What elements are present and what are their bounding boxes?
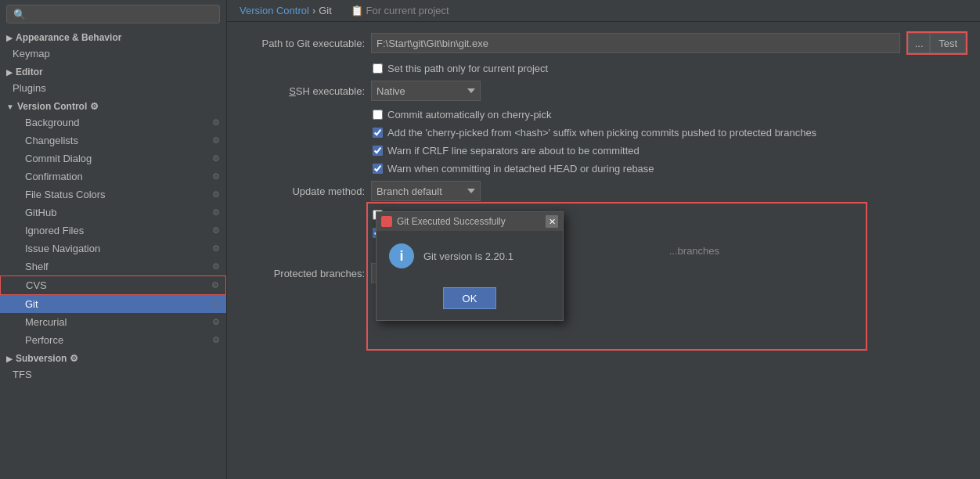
sidebar-item-plugins[interactable]: Plugins <box>0 79 226 97</box>
search-box[interactable]: 🔍 <box>6 5 220 23</box>
settings-icon: ⚙ <box>212 207 220 218</box>
sidebar-item-label: Ignored Files <box>25 225 84 236</box>
sidebar-item-label: CVS <box>26 279 47 291</box>
path-row: Path to Git executable: ... Test <box>240 31 967 55</box>
sidebar-item-version-control[interactable]: ▼ Version Control ⚙ <box>0 97 226 113</box>
git-success-dialog: Git Executed Successfully ✕ i Git versio… <box>376 211 564 321</box>
content-area: Version Control › Git 📋 For current proj… <box>227 0 980 479</box>
settings-icon: ⚙ <box>212 135 220 146</box>
settings-icon: ⚙ <box>212 117 220 128</box>
sidebar-item-keymap[interactable]: Keymap <box>0 45 226 63</box>
expand-arrow-appearance: ▶ <box>6 34 13 42</box>
warn-detached-row: Warn when committing in detached HEAD or… <box>373 163 967 175</box>
browse-button[interactable]: ... <box>908 33 930 53</box>
modal-title: Git Executed Successfully <box>397 216 506 227</box>
info-icon: i <box>389 243 414 268</box>
add-suffix-row: Add the 'cherry-picked from <hash>' suff… <box>373 127 967 139</box>
protected-branches-label: Protected branches: <box>240 268 365 279</box>
sidebar-item-label: Confirmation <box>25 171 83 182</box>
sidebar-item-confirmation[interactable]: Confirmation ⚙ <box>0 167 226 185</box>
settings-icon: ⚙ <box>211 280 219 290</box>
sidebar-item-cvs[interactable]: CVS ⚙ <box>0 276 226 295</box>
sidebar-item-tfs[interactable]: TFS <box>0 366 226 384</box>
main-layout: 🔍 ▶ Appearance & Behavior Keymap ▶ Edito… <box>0 0 980 479</box>
sidebar-item-label: Commit Dialog <box>25 153 92 164</box>
sidebar-item-label: Editor <box>16 67 43 77</box>
expand-arrow-svn: ▶ <box>6 355 13 363</box>
sidebar: 🔍 ▶ Appearance & Behavior Keymap ▶ Edito… <box>0 0 227 479</box>
settings-icon: ⚙ <box>212 225 220 236</box>
current-project-row: Set this path only for current project <box>373 63 967 74</box>
modal-titlebar: Git Executed Successfully ✕ <box>377 212 563 231</box>
update-method-dropdown[interactable]: Branch default Merge Rebase <box>371 181 481 201</box>
sidebar-item-label: Plugins <box>13 82 46 94</box>
breadcrumb-vc[interactable]: Version Control <box>240 5 309 16</box>
update-method-label: Update method: <box>240 185 365 197</box>
breadcrumb-sep: › <box>312 5 315 16</box>
sidebar-item-label: File Status Colors <box>25 189 106 200</box>
sidebar-item-perforce[interactable]: Perforce ⚙ <box>0 331 226 349</box>
modal-body: i Git version is 2.20.1 <box>377 231 563 281</box>
sidebar-item-issue-navigation[interactable]: Issue Navigation ⚙ <box>0 240 226 258</box>
sidebar-item-label: Perforce <box>25 334 63 346</box>
expand-arrow-editor: ▶ <box>6 68 13 77</box>
sidebar-item-editor[interactable]: ▶ Editor <box>0 63 226 79</box>
sidebar-item-github[interactable]: GitHub ⚙ <box>0 203 226 221</box>
current-project-label: Set this path only for current project <box>387 63 548 74</box>
ssh-dropdown[interactable]: Native Built-in <box>371 81 481 101</box>
breadcrumb-project: 📋 For current project <box>351 5 449 16</box>
settings-icon: ⚙ <box>70 353 78 364</box>
settings-icon: ⚙ <box>212 261 220 272</box>
sidebar-item-appearance[interactable]: ▶ Appearance & Behavior <box>0 28 226 45</box>
sidebar-item-label: Background <box>25 117 79 128</box>
ssh-label: SSH executable: <box>240 85 365 97</box>
sidebar-item-label: Changelists <box>25 135 78 146</box>
settings-icon-vc: ⚙ <box>90 101 99 112</box>
search-icon: 🔍 <box>13 9 26 20</box>
sidebar-item-label: Issue Navigation <box>25 243 100 254</box>
sidebar-item-commit-dialog[interactable]: Commit Dialog ⚙ <box>0 149 226 167</box>
warn-crlf-row: Warn if CRLF line separators are about t… <box>373 145 967 157</box>
settings-icon: ⚙ <box>212 335 220 345</box>
sidebar-item-mercurial[interactable]: Mercurial ⚙ <box>0 313 226 331</box>
warn-detached-label: Warn when committing in detached HEAD or… <box>387 163 654 175</box>
ssh-row: SSH executable: Native Built-in <box>240 81 967 101</box>
sidebar-item-label: Mercurial <box>25 316 67 328</box>
settings-icon: ⚙ <box>212 299 220 309</box>
sidebar-item-subversion[interactable]: ▶ Subversion ⚙ <box>0 349 226 366</box>
sidebar-item-label: GitHub <box>25 207 56 218</box>
add-suffix-label: Add the 'cherry-picked from <hash>' suff… <box>387 127 816 139</box>
protected-branches-row: Protected branches: <box>240 263 967 283</box>
update-method-row: Update method: Branch default Merge Reba… <box>240 181 967 201</box>
sidebar-item-changelists[interactable]: Changelists ⚙ <box>0 131 226 149</box>
settings-content: Path to Git executable: ... Test Set thi… <box>227 22 980 301</box>
sidebar-item-label: Keymap <box>13 48 50 59</box>
current-project-checkbox[interactable] <box>373 63 383 74</box>
sidebar-item-ignored-files[interactable]: Ignored Files ⚙ <box>0 221 226 240</box>
ok-button[interactable]: OK <box>443 287 497 309</box>
modal-close-button[interactable]: ✕ <box>546 215 558 228</box>
test-button[interactable]: Test <box>930 33 966 53</box>
sidebar-item-background[interactable]: Background ⚙ <box>0 113 226 131</box>
path-input[interactable] <box>371 33 900 53</box>
warn-crlf-checkbox[interactable] <box>373 146 383 156</box>
path-label: Path to Git executable: <box>240 38 365 49</box>
add-suffix-checkbox[interactable] <box>373 128 383 138</box>
breadcrumb: Version Control › Git 📋 For current proj… <box>227 0 980 22</box>
sidebar-item-label: Shelf <box>25 261 49 272</box>
sidebar-item-label: Version Control <box>17 101 87 112</box>
settings-icon: ⚙ <box>212 189 220 200</box>
search-input[interactable] <box>29 9 213 20</box>
sidebar-item-label: TFS <box>13 369 32 380</box>
sidebar-item-label: Subversion <box>16 353 67 364</box>
modal-footer: OK <box>377 281 563 320</box>
warn-detached-checkbox[interactable] <box>373 164 383 174</box>
cherry-pick-row: Commit automatically on cherry-pick <box>373 109 967 121</box>
sidebar-item-git[interactable]: Git ⚙ <box>0 295 226 313</box>
sidebar-item-file-status-colors[interactable]: File Status Colors ⚙ <box>0 185 226 203</box>
sidebar-item-shelf[interactable]: Shelf ⚙ <box>0 258 226 276</box>
cherry-pick-label: Commit automatically on cherry-pick <box>387 109 552 121</box>
expand-arrow-vc: ▼ <box>6 103 14 111</box>
cherry-pick-checkbox[interactable] <box>373 110 383 120</box>
settings-icon: ⚙ <box>212 153 220 164</box>
